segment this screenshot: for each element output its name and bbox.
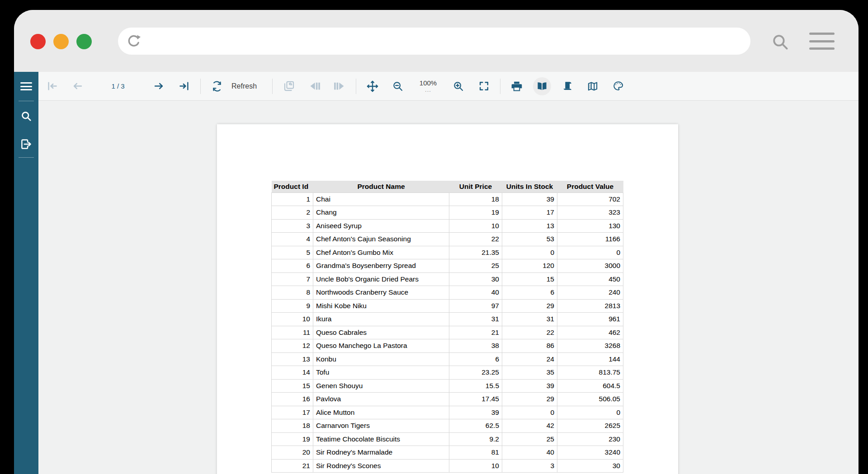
minimize-window-button[interactable] bbox=[53, 34, 69, 49]
page-indicator[interactable]: 1 / 3 bbox=[94, 82, 142, 90]
table-cell: Chang bbox=[313, 206, 449, 220]
sidebar-search-button[interactable] bbox=[14, 101, 38, 131]
browser-search-icon[interactable] bbox=[770, 32, 791, 52]
table-cell: 10 bbox=[272, 313, 313, 326]
table-cell: 1166 bbox=[557, 233, 623, 246]
map-icon bbox=[586, 80, 599, 93]
table-cell: Teatime Chocolate Biscuits bbox=[313, 432, 449, 446]
refresh-button[interactable] bbox=[208, 77, 226, 95]
table-row: 13Konbu624144 bbox=[272, 352, 623, 366]
table-cell: 16 bbox=[272, 393, 313, 406]
zoom-level-dropdown[interactable]: 100% ... bbox=[414, 80, 442, 93]
table-row: 8Northwoods Cranberry Sauce406240 bbox=[272, 286, 623, 300]
browser-chrome bbox=[14, 10, 859, 72]
table-cell: 3240 bbox=[557, 446, 623, 460]
navigate-back-button[interactable] bbox=[280, 77, 298, 95]
table-cell: 21 bbox=[272, 459, 313, 473]
pan-tool-button[interactable] bbox=[363, 77, 382, 95]
sidebar-export-button[interactable] bbox=[14, 131, 38, 157]
table-cell: 30 bbox=[557, 459, 623, 473]
column-header: Units In Stock bbox=[502, 181, 557, 192]
table-cell: 29 bbox=[502, 393, 557, 406]
table-cell: 21 bbox=[449, 326, 502, 339]
close-window-button[interactable] bbox=[30, 34, 46, 49]
previous-page-button[interactable] bbox=[68, 77, 86, 95]
table-cell: Sir Rodney's Marmalade bbox=[313, 446, 449, 460]
export-icon bbox=[19, 137, 33, 151]
viewer-main: 1 / 3 Ref bbox=[38, 72, 859, 474]
fullscreen-button[interactable] bbox=[475, 77, 493, 95]
table-cell: 13 bbox=[502, 219, 557, 233]
table-cell: Ikura bbox=[313, 313, 449, 326]
zoom-window-button[interactable] bbox=[76, 34, 92, 49]
table-row: 21Sir Rodney's Scones10330 bbox=[272, 459, 623, 473]
page-view-mode-button[interactable] bbox=[533, 77, 551, 95]
table-row: 12Queso Manchego La Pastora38863268 bbox=[272, 339, 623, 353]
page-history-back-button[interactable] bbox=[305, 77, 323, 95]
url-input[interactable] bbox=[147, 37, 743, 46]
table-cell: 9 bbox=[272, 299, 313, 313]
table-row: 2Chang1917323 bbox=[272, 206, 623, 220]
table-cell: 3268 bbox=[557, 339, 623, 353]
table-row: 5Chef Anton's Gumbo Mix21.3500 bbox=[272, 246, 623, 259]
table-cell: 81 bbox=[449, 446, 502, 460]
style-palette-button[interactable] bbox=[609, 77, 627, 95]
table-cell: 86 bbox=[502, 339, 557, 353]
table-row: 1Chai1839702 bbox=[272, 192, 623, 206]
report-toolbar: 1 / 3 Ref bbox=[38, 72, 859, 101]
address-bar[interactable] bbox=[118, 28, 750, 55]
table-cell: 40 bbox=[502, 446, 557, 460]
table-cell: 144 bbox=[557, 352, 623, 366]
table-cell: Genen Shouyu bbox=[313, 379, 449, 393]
table-cell: 6 bbox=[272, 259, 313, 273]
page-history-forward-button[interactable] bbox=[330, 77, 349, 95]
table-cell: 1 bbox=[272, 192, 313, 206]
table-row: 10Ikura3131961 bbox=[272, 313, 623, 326]
table-row: 20Sir Rodney's Marmalade81403240 bbox=[272, 446, 623, 460]
table-cell: 62.5 bbox=[449, 419, 502, 433]
refresh-label[interactable]: Refresh bbox=[231, 82, 257, 90]
table-row: 7Uncle Bob's Organic Dried Pears3015450 bbox=[272, 272, 623, 286]
table-cell: 6 bbox=[449, 352, 502, 366]
table-cell: 0 bbox=[557, 246, 623, 259]
table-cell: 18 bbox=[272, 419, 313, 433]
sidebar-menu-button[interactable] bbox=[14, 72, 38, 101]
table-cell: 462 bbox=[557, 326, 623, 339]
table-cell: 2625 bbox=[557, 419, 623, 433]
table-cell: 12 bbox=[272, 339, 313, 353]
browser-menu-icon[interactable] bbox=[809, 33, 835, 50]
last-page-button[interactable] bbox=[175, 77, 193, 95]
table-cell: Grandma's Boysenberry Spread bbox=[313, 259, 449, 273]
window-body: 1 / 3 Ref bbox=[14, 72, 859, 474]
table-cell: Queso Manchego La Pastora bbox=[313, 339, 449, 353]
table-cell: 20 bbox=[272, 446, 313, 460]
table-cell: Tofu bbox=[313, 366, 449, 380]
first-page-button[interactable] bbox=[43, 77, 61, 95]
table-cell: 15 bbox=[272, 379, 313, 393]
table-cell: Carnarvon Tigers bbox=[313, 419, 449, 433]
document-map-button[interactable] bbox=[584, 77, 602, 95]
column-header: Unit Price bbox=[449, 181, 502, 192]
table-cell: Chai bbox=[313, 192, 449, 206]
report-viewport[interactable]: Product IdProduct NameUnit PriceUnits In… bbox=[38, 101, 859, 474]
zoom-in-button[interactable] bbox=[449, 77, 467, 95]
window-controls bbox=[30, 34, 92, 49]
reload-icon[interactable] bbox=[125, 33, 142, 50]
report-page: Product IdProduct NameUnit PriceUnits In… bbox=[217, 124, 678, 474]
print-button[interactable] bbox=[508, 77, 526, 95]
book-icon bbox=[536, 80, 548, 93]
report-table-body: 1Chai18397022Chang19173233Aniseed Syrup1… bbox=[272, 192, 623, 473]
table-cell: 450 bbox=[557, 272, 623, 286]
table-cell: 6 bbox=[502, 286, 557, 300]
table-cell: 31 bbox=[502, 313, 557, 326]
table-cell: Mishi Kobe Niku bbox=[313, 299, 449, 313]
sidebar-divider bbox=[19, 157, 34, 158]
table-cell: 702 bbox=[557, 192, 623, 206]
continuous-scroll-mode-button[interactable] bbox=[558, 77, 576, 95]
zoom-out-button[interactable] bbox=[389, 77, 407, 95]
table-cell: 31 bbox=[449, 313, 502, 326]
next-page-button[interactable] bbox=[150, 77, 168, 95]
zoom-menu-hint: ... bbox=[425, 87, 431, 93]
desktop: { "browser_chrome": { "traffic_lights": … bbox=[0, 0, 868, 474]
table-cell: 11 bbox=[272, 326, 313, 339]
